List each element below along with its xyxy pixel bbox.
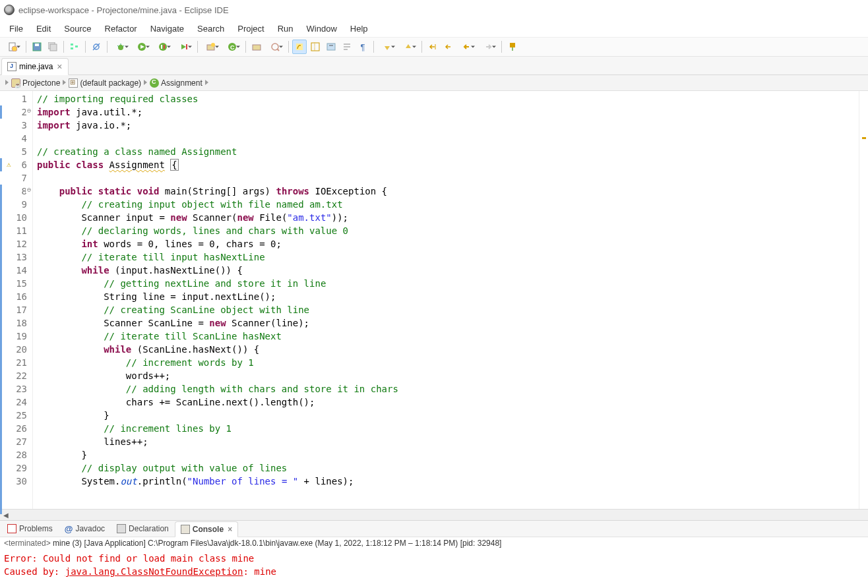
- line-number[interactable]: 23: [4, 382, 27, 396]
- code-line[interactable]: [37, 132, 855, 145]
- code-line[interactable]: Scanner ScanLine = new Scanner(line);: [37, 316, 855, 330]
- pin-editor-button[interactable]: [505, 40, 520, 54]
- line-number[interactable]: 1: [4, 92, 27, 105]
- code-line[interactable]: // increment words by 1: [37, 356, 855, 369]
- line-number-gutter[interactable]: 1234567891011121314151617181920212223242…: [4, 91, 33, 509]
- run-last-button[interactable]: [174, 40, 194, 54]
- menu-source[interactable]: Source: [57, 21, 98, 36]
- code-line[interactable]: public static void main(String[] args) t…: [37, 185, 855, 198]
- line-number[interactable]: 12: [4, 237, 27, 250]
- breadcrumb-project[interactable]: Projectone: [22, 78, 60, 88]
- tab-problems[interactable]: Problems: [1, 521, 59, 537]
- forward-button[interactable]: [478, 40, 498, 54]
- code-line[interactable]: while (ScanLine.hasNext()) {: [37, 343, 855, 356]
- code-area[interactable]: // importing required classesimport java…: [33, 91, 859, 509]
- open-task-button[interactable]: [265, 40, 285, 54]
- last-edit-location-button[interactable]: [425, 40, 440, 54]
- line-number[interactable]: 15: [4, 277, 27, 290]
- line-number[interactable]: 28: [4, 448, 27, 461]
- code-line[interactable]: // creating ScanLine object with line: [37, 303, 855, 316]
- horizontal-scrollbar[interactable]: ◀: [0, 509, 868, 520]
- line-number[interactable]: 18: [4, 316, 27, 330]
- toggle-mark-occurrences-button[interactable]: [292, 40, 307, 54]
- menu-window[interactable]: Window: [300, 21, 344, 36]
- code-line[interactable]: // creating input object with file named…: [37, 198, 855, 211]
- tab-javadoc[interactable]: @ Javadoc: [59, 521, 111, 537]
- tab-console[interactable]: Console ×: [175, 521, 238, 537]
- code-line[interactable]: // getting nextLine and store it in line: [37, 277, 855, 290]
- menu-search[interactable]: Search: [191, 21, 231, 36]
- line-number[interactable]: 10: [4, 211, 27, 224]
- chevron-right-icon[interactable]: [144, 79, 147, 86]
- previous-annotation-button[interactable]: [398, 40, 418, 54]
- line-number[interactable]: 4: [4, 132, 27, 145]
- code-line[interactable]: [37, 171, 855, 185]
- menu-refactor[interactable]: Refactor: [98, 21, 144, 36]
- show-whitespace-button[interactable]: [324, 40, 338, 54]
- open-type-button[interactable]: [249, 40, 264, 54]
- line-number[interactable]: 24: [4, 396, 27, 409]
- show-pilcrow-button[interactable]: ¶: [356, 40, 370, 54]
- debug-button[interactable]: [111, 40, 131, 54]
- code-line[interactable]: // adding length with chars and store it…: [37, 382, 855, 396]
- code-line[interactable]: words++;: [37, 369, 855, 382]
- line-number[interactable]: 17: [4, 303, 27, 316]
- menu-file[interactable]: File: [3, 21, 30, 36]
- menu-edit[interactable]: Edit: [30, 21, 57, 36]
- back-button[interactable]: [457, 40, 477, 54]
- code-line[interactable]: import java.io.*;: [37, 119, 855, 132]
- menu-help[interactable]: Help: [344, 21, 375, 36]
- code-line[interactable]: // importing required classes: [37, 92, 855, 105]
- line-number[interactable]: 3: [4, 119, 27, 132]
- editor-tab-mine-java[interactable]: mine.java ×: [1, 58, 69, 75]
- line-number[interactable]: 14: [4, 264, 27, 277]
- code-line[interactable]: System.out.println("Number of lines = " …: [37, 475, 855, 488]
- line-number[interactable]: 27: [4, 435, 27, 448]
- line-number[interactable]: 19: [4, 330, 27, 343]
- new-button[interactable]: [3, 40, 22, 54]
- chevron-right-icon[interactable]: [205, 79, 208, 86]
- coverage-button[interactable]: [153, 40, 173, 54]
- line-number[interactable]: 22: [4, 369, 27, 382]
- code-line[interactable]: // declaring words, lines and chars with…: [37, 224, 855, 237]
- save-all-button[interactable]: [46, 40, 60, 54]
- code-line[interactable]: int words = 0, lines = 0, chars = 0;: [37, 237, 855, 250]
- line-number[interactable]: 13: [4, 250, 27, 264]
- menu-run[interactable]: Run: [271, 21, 300, 36]
- line-number[interactable]: 26: [4, 422, 27, 435]
- back-to-button[interactable]: [441, 40, 456, 54]
- chevron-right-icon[interactable]: [63, 79, 66, 86]
- code-line[interactable]: String line = input.nextLine();: [37, 290, 855, 303]
- next-annotation-button[interactable]: [377, 40, 397, 54]
- code-line[interactable]: Scanner input = new Scanner(new File("am…: [37, 211, 855, 224]
- code-line[interactable]: // increment lines by 1: [37, 422, 855, 435]
- toggle-breadcrumb-button[interactable]: [67, 40, 82, 54]
- menu-navigate[interactable]: Navigate: [144, 21, 191, 36]
- code-line[interactable]: }: [37, 448, 855, 461]
- console-exception-link[interactable]: java.lang.ClassNotFoundException: [65, 566, 243, 577]
- line-number[interactable]: 25: [4, 409, 27, 422]
- run-button[interactable]: [132, 40, 152, 54]
- close-icon[interactable]: ×: [228, 525, 232, 534]
- code-line[interactable]: // iterate till input hasNextLine: [37, 250, 855, 264]
- line-number[interactable]: 9: [4, 198, 27, 211]
- editor[interactable]: 1234567891011121314151617181920212223242…: [0, 91, 868, 509]
- line-number[interactable]: 16: [4, 290, 27, 303]
- line-number[interactable]: 8: [4, 185, 27, 198]
- menu-project[interactable]: Project: [231, 21, 270, 36]
- code-line[interactable]: // creating a class named Assignment: [37, 145, 855, 158]
- code-line[interactable]: public class Assignment {: [37, 158, 855, 171]
- overview-ruler[interactable]: [859, 91, 868, 509]
- line-number[interactable]: 7: [4, 171, 27, 185]
- skip-breakpoints-button[interactable]: [89, 40, 104, 54]
- code-line[interactable]: lines++;: [37, 435, 855, 448]
- line-number[interactable]: 11: [4, 224, 27, 237]
- code-line[interactable]: chars += ScanLine.next().length();: [37, 396, 855, 409]
- code-line[interactable]: import java.util.*;: [37, 105, 855, 119]
- code-line[interactable]: }: [37, 409, 855, 422]
- breadcrumb-package[interactable]: (default package): [80, 78, 141, 88]
- new-type-button[interactable]: C: [222, 40, 242, 54]
- save-button[interactable]: [30, 40, 44, 54]
- line-number[interactable]: 6: [4, 158, 27, 171]
- close-icon[interactable]: ×: [57, 61, 62, 72]
